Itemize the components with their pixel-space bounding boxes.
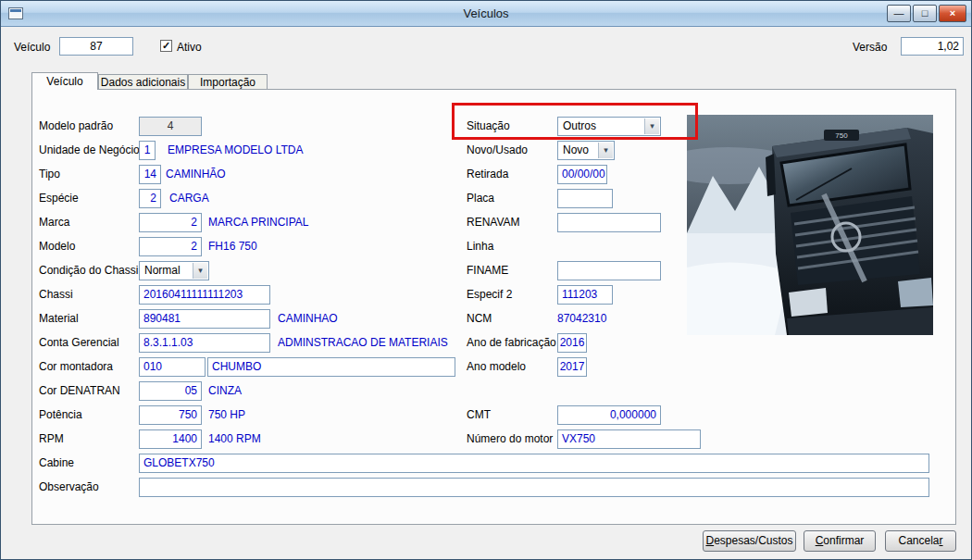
confirmar-label: Confirmar <box>816 534 865 547</box>
chevron-down-icon: ▾ <box>598 143 613 158</box>
cancelar-label: Cancelar <box>898 534 942 547</box>
vehicle-label: Veículo <box>14 41 50 54</box>
numero-motor-input[interactable]: VX750 <box>557 429 701 449</box>
condicao-chassi-value: Normal <box>144 264 181 277</box>
window-title: Veículos <box>1 6 971 20</box>
situacao-label: Situação <box>467 119 510 132</box>
modelo-desc: FH16 750 <box>208 240 257 253</box>
ano-modelo-label: Ano modelo <box>467 360 526 373</box>
chassi-label: Chassi <box>39 288 73 301</box>
rpm-input[interactable]: 1400 <box>139 429 202 449</box>
cor-denatran-desc: CINZA <box>208 384 242 397</box>
especie-desc: CARGA <box>169 192 209 205</box>
placa-label: Placa <box>467 192 494 205</box>
close-button[interactable]: × <box>939 5 966 22</box>
marca-desc: MARCA PRINCIPAL <box>208 216 308 229</box>
vehicle-number-input[interactable]: 87 <box>59 37 133 56</box>
especie-label: Espécie <box>39 192 79 205</box>
label-part: espesas/Custos <box>714 534 792 547</box>
minimize-button[interactable]: — <box>887 5 911 22</box>
chassi-input[interactable]: 20160411111111203 <box>139 285 270 305</box>
confirmar-button[interactable]: Confirmar <box>804 530 876 552</box>
cabine-input[interactable]: GLOBETX750 <box>139 454 929 473</box>
ncm-label: NCM <box>467 312 492 325</box>
finame-label: FINAME <box>467 264 508 277</box>
situacao-select[interactable]: Outros ▾ <box>557 117 661 136</box>
ano-fabricacao-label: Ano de fabricação <box>467 336 556 349</box>
retirada-input[interactable]: 00/00/00 <box>557 165 607 184</box>
marca-code-input[interactable]: 2 <box>139 213 202 232</box>
renavam-input[interactable] <box>557 213 661 232</box>
conta-gerencial-desc: ADMINSTRACAO DE MATERIAIS <box>278 336 448 349</box>
unidade-negocio-code-input[interactable]: 1 <box>139 141 156 160</box>
ano-modelo-input[interactable]: 2017 <box>557 357 587 377</box>
check-icon: ✓ <box>162 40 170 51</box>
despesas-custos-button[interactable]: Despesas/Custos <box>703 530 796 552</box>
material-label: Material <box>39 312 79 325</box>
unidade-negocio-desc: EMPRESA MODELO LTDA <box>168 143 303 156</box>
tab-dados-adicionais[interactable]: Dados adicionais <box>98 74 188 89</box>
cmt-input[interactable]: 0,000000 <box>557 405 661 425</box>
label-part: Cancela <box>898 534 939 547</box>
label-part: onfirmar <box>823 534 864 547</box>
ativo-checkbox[interactable]: ✓ <box>160 40 172 52</box>
potencia-desc: 750 HP <box>208 408 245 421</box>
maximize-button[interactable]: □ <box>913 5 937 22</box>
chevron-down-icon: ▾ <box>193 263 207 279</box>
placa-input[interactable] <box>557 189 613 208</box>
cor-denatran-code-input[interactable]: 05 <box>139 381 202 401</box>
modelo-code-input[interactable]: 2 <box>139 237 202 256</box>
truck-cab: 750 <box>766 128 933 335</box>
cor-montadora-desc-input[interactable]: CHUMBO <box>207 357 455 377</box>
marca-label: Marca <box>39 216 69 229</box>
conta-gerencial-code-input[interactable]: 8.3.1.1.03 <box>139 333 270 353</box>
tipo-label: Tipo <box>39 168 60 180</box>
label-part: r <box>940 534 943 547</box>
truck-roof-badge: 750 <box>835 131 848 140</box>
modelo-padrao-label: Modelo padrão <box>39 119 113 132</box>
version-input[interactable]: 1,02 <box>901 37 964 56</box>
observacao-input[interactable] <box>139 478 929 497</box>
novo-usado-select[interactable]: Novo ▾ <box>557 141 615 160</box>
finame-input[interactable] <box>557 261 661 280</box>
unidade-negocio-label: Unidade de Negócio <box>39 143 140 156</box>
despesas-custos-label: Despesas/Custos <box>705 534 792 547</box>
rpm-desc: 1400 RPM <box>208 432 261 445</box>
tab-panel-veiculo: Modelo padrão 4 Unidade de Negócio 1 EMP… <box>31 89 956 525</box>
tab-importacao[interactable]: Importação <box>188 74 268 89</box>
chevron-down-icon: ▾ <box>644 118 659 134</box>
retirada-label: Retirada <box>467 168 508 180</box>
headlight-left <box>789 288 828 317</box>
potencia-input[interactable]: 750 <box>139 405 202 425</box>
vehicle-photo: 750 <box>687 115 933 335</box>
material-desc: CAMINHAO <box>278 312 338 325</box>
ano-fabricacao-input[interactable]: 2016 <box>557 333 587 353</box>
label-part: D <box>705 534 714 547</box>
situacao-value: Outros <box>563 119 596 132</box>
cmt-label: CMT <box>467 408 491 421</box>
especif2-input[interactable]: 111203 <box>557 285 613 305</box>
conta-gerencial-label: Conta Gerencial <box>39 336 119 349</box>
window-controls: — □ × <box>887 5 966 22</box>
ativo-label: Ativo <box>177 41 202 54</box>
modelo-padrao-input: 4 <box>139 117 202 136</box>
cor-montadora-code-input[interactable]: 010 <box>139 357 206 377</box>
tipo-code-input[interactable]: 14 <box>139 165 161 184</box>
tab-veiculo[interactable]: Veículo <box>31 72 98 90</box>
veiculos-window: Veículos — □ × Veículo 87 ✓ Ativo Versão… <box>0 0 972 560</box>
condicao-chassi-select[interactable]: Normal ▾ <box>139 261 209 280</box>
especie-code-input[interactable]: 2 <box>139 189 161 208</box>
renavam-label: RENAVAM <box>467 216 520 229</box>
cor-denatran-label: Cor DENATRAN <box>39 384 120 397</box>
title-bar[interactable]: Veículos — □ × <box>1 1 971 27</box>
novo-usado-label: Novo/Usado <box>467 143 528 156</box>
material-code-input[interactable]: 890481 <box>139 309 270 329</box>
tipo-desc: CAMINHÃO <box>166 168 226 180</box>
numero-motor-label: Número do motor <box>467 432 553 445</box>
cancelar-button[interactable]: Cancelar <box>885 530 956 552</box>
version-label: Versão <box>853 41 887 54</box>
rpm-label: RPM <box>39 432 64 445</box>
especif2-label: Especif 2 <box>467 288 512 301</box>
modelo-label: Modelo <box>39 240 75 253</box>
truck-photo-svg: 750 <box>687 115 933 335</box>
